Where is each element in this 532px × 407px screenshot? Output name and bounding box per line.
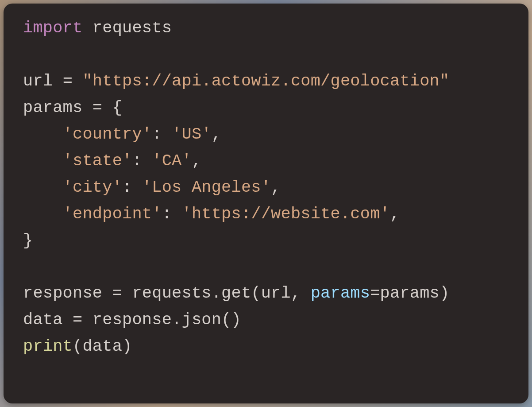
code-token: ,	[192, 151, 201, 170]
code-token: =	[63, 72, 73, 90]
code-token: :	[132, 151, 152, 170]
python-code-block: import requests url = "https://api.actow…	[23, 15, 509, 360]
code-token: =	[112, 284, 122, 302]
code-token	[73, 72, 82, 90]
code-token: 'US'	[172, 125, 212, 143]
code-token: 'country'	[63, 125, 152, 143]
code-token: "https://api.actowiz.com/geolocation"	[82, 72, 449, 90]
code-token: print	[23, 337, 73, 356]
code-token: (data)	[73, 337, 132, 356]
code-token: params)	[380, 284, 450, 302]
code-token: ,	[271, 178, 281, 197]
code-token: 'endpoint'	[63, 205, 162, 223]
code-token: 'state'	[63, 151, 132, 170]
code-token	[23, 178, 63, 197]
code-token: :	[152, 125, 172, 143]
code-token: 'city'	[63, 178, 122, 197]
code-token: requests	[82, 19, 172, 37]
code-token: ,	[212, 125, 221, 143]
code-snippet-card: import requests url = "https://api.actow…	[4, 4, 528, 403]
code-token	[102, 98, 112, 117]
code-token: }	[23, 231, 33, 250]
code-token: data	[23, 310, 73, 329]
code-token: ,	[390, 205, 400, 223]
code-token: =	[93, 98, 102, 117]
code-token: requests.get(url,	[122, 284, 311, 302]
code-token: response	[23, 284, 112, 302]
code-token: =	[370, 284, 380, 302]
code-token: params	[311, 284, 370, 302]
code-token: 'https://website.com'	[181, 205, 389, 223]
code-token: 'Los Angeles'	[142, 178, 271, 197]
code-token: import	[23, 19, 82, 37]
code-token: :	[122, 178, 142, 197]
code-token	[23, 125, 63, 143]
code-token: :	[162, 205, 182, 223]
code-token	[23, 151, 63, 170]
code-token: response.json()	[82, 310, 241, 329]
code-token: {	[112, 98, 122, 117]
code-token	[23, 205, 63, 223]
code-token: 'CA'	[152, 151, 192, 170]
code-token: =	[73, 310, 82, 329]
code-token: params	[23, 98, 93, 117]
code-token: url	[23, 72, 63, 90]
